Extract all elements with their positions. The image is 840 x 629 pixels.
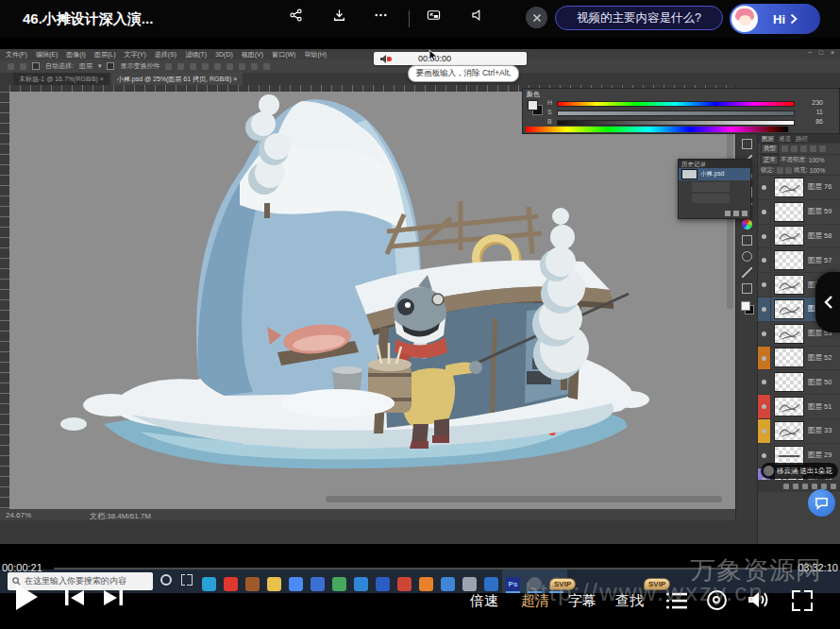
layer-name: 图层 59 [808,207,832,216]
ps-canvas [9,92,735,509]
ai-question-chip[interactable]: 视频的主要内容是什么? [555,6,723,30]
menu-item: 帮助(H) [304,50,327,60]
canvas-vertical-scrollbar [727,129,733,309]
play-button[interactable] [16,584,38,610]
layer-thumbnail [774,348,804,367]
layer-thumbnail [774,372,804,392]
hue-label: H [547,99,552,106]
layer-thumbnail [774,299,804,319]
artwork-snow-stall-painting [55,92,715,503]
watermark-url: http://www.wxzy.cn [525,578,764,607]
taskbar-system-icons [160,574,193,586]
vertical-ruler [0,92,9,509]
edge-taskbar-icon [350,570,372,593]
toast-avatar [764,466,774,476]
mute-button[interactable] [470,8,484,22]
auto-select-label: 自动选择: [45,61,74,71]
hue-slider [557,101,795,107]
playback-speed-button[interactable]: 倍速 [470,592,498,610]
document-size: 文档:38.4M/61.7M [90,511,151,521]
layer-visibility-eye [758,273,771,297]
layer-thumbnail [774,275,804,295]
menu-item: 选择(S) [155,50,176,60]
tool-icon [742,267,752,278]
file-explorer-taskbar-icon [263,570,285,593]
layer-row: 图层 50 [758,370,840,395]
recorder-overlay-bar: 00:00:00 [374,52,527,65]
tool-icon [742,139,752,149]
panel-tab: 路径 [796,135,808,144]
playlist-handle[interactable] [815,272,840,332]
menu-item: 文件(F) [6,50,27,60]
layer-visibility-eye [758,200,771,224]
pip-button[interactable] [427,8,441,22]
app-taskbar-icon [480,570,502,593]
floating-help-button[interactable] [808,489,835,517]
fg-bg-swatches [528,100,543,115]
photoshop-taskbar-icon: Ps [502,570,524,593]
fullscreen-button[interactable] [792,590,813,611]
gift-toast: 移云涵 送出1朵花 [761,463,838,479]
previous-episode-button[interactable] [64,589,86,606]
layer-visibility-eye [758,322,771,346]
layers-panel-tabs: 图层通道路径 [758,134,840,144]
layer-name: 图层 51 [808,402,832,412]
panel-tab: 通道 [779,135,791,144]
topbar-divider [409,10,410,27]
menu-item: 图像(I) [66,50,86,60]
foreground-background-swatches [741,301,754,314]
ps-document-tabs: 未标题-1 @ 16.7%(RGB/8) × 小摊.psd @ 25%(图层 6… [13,73,243,85]
assistant-pill[interactable]: Hi [730,4,820,34]
chrome-taskbar-icon [285,570,307,593]
recorder-taskbar-icon [459,570,480,593]
layer-name: 图层 33 [808,426,832,435]
menu-item: 3D(D) [215,51,233,58]
layer-row: 图层 51 [758,395,840,419]
brightness-label: B [547,118,552,125]
close-question-button[interactable] [526,7,547,28]
more-button[interactable] [374,8,388,22]
layer-kind-filter: 类型 [761,144,779,154]
layer-row: 图层 59 [758,200,840,225]
download-button[interactable] [332,8,346,22]
share-button[interactable] [289,8,303,22]
layer-row: 图层 58 [758,225,840,249]
next-episode-button[interactable] [102,589,124,606]
layer-thumbnail [774,250,804,270]
show-transform-label: 显示变换控件 [120,61,160,71]
layer-name: 图层 50 [808,378,832,387]
app-taskbar-icon [437,570,459,593]
document-tab-active: 小摊.psd @ 25%(图层 61 拷贝, RGB/8) × [111,73,244,85]
opacity-label: 不透明度: [781,156,807,164]
layer-thumbnail [774,421,804,441]
layer-thumbnail [774,226,804,246]
brightness-value: 86 [798,118,823,125]
progress-bar[interactable] [54,568,787,570]
download-icon [332,6,346,25]
video-frame[interactable]: 文件(F)编辑(E)图像(I)图层(L)文字(Y)选择(S)滤镜(T)3D(D)… [0,49,840,544]
assistant-label: Hi [773,12,785,26]
hue-value: 230 [798,99,823,106]
layers-panel: 图层通道路径 类型 正常 不透明度: 100% 锁定: 填充: 100% 图层 … [757,134,840,544]
opacity-value: 100% [809,157,825,163]
panel-tab: 图层 [762,135,774,144]
layer-thumbnail [774,202,804,222]
layer-color-tag [758,395,771,418]
layer-name: 图层 29 [808,450,832,460]
fill-label: 填充: [794,166,808,175]
history-snapshot-row: 小摊.psd [679,168,750,180]
assistant-avatar [731,6,758,32]
video-title: 46.小摊设计深入演... [23,10,153,28]
menu-item: 文字(Y) [124,50,145,60]
history-panel: 历史记录 小摊.psd [678,159,751,219]
layer-row: 图层 33 [758,419,840,444]
chat-bubble-icon [815,497,829,510]
menu-item: 窗口(W) [272,50,295,60]
layer-row: 图层 76 [758,176,840,200]
task-view-icon [181,574,193,586]
chevron-right-icon [790,13,798,25]
blender-taskbar-icon [415,570,437,593]
layer-name: 图层 57 [808,256,832,265]
menu-item: 编辑(E) [36,50,58,60]
layer-color-tag [758,347,771,370]
